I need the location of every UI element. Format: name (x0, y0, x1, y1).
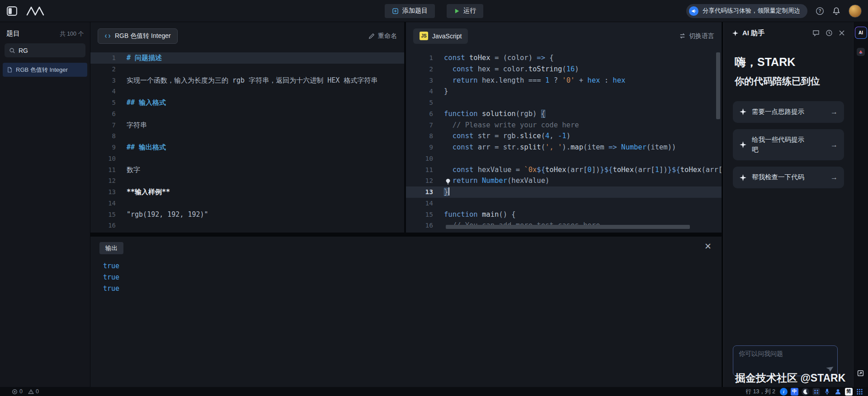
code-line[interactable]: 9 const arr = str.split(', ').map(item =… (406, 142, 722, 153)
ai-suggestion-card[interactable]: 需要一点思路提示→ (733, 101, 844, 123)
add-icon (392, 8, 399, 14)
iflytek-input-icon[interactable]: i (780, 388, 788, 396)
line-number: 6 (406, 108, 439, 120)
line-number: 2 (406, 64, 439, 75)
code-line[interactable]: 14 (406, 198, 722, 209)
output-line: true (90, 283, 722, 294)
ai-suggestion-card[interactable]: 给我一些代码提示吧→ (733, 129, 844, 161)
ai-question-input[interactable] (739, 350, 832, 372)
cursor-position[interactable]: 行 13，列 2 (746, 388, 775, 396)
promo-banner[interactable]: 分享代码练习体验，领限量定制周边 (686, 4, 807, 18)
line-number: 7 (406, 120, 439, 131)
code-line-text: } (439, 86, 448, 97)
error-icon (12, 389, 18, 395)
expand-window-icon[interactable] (857, 369, 864, 377)
send-icon[interactable] (826, 365, 833, 373)
problem-line[interactable]: 7字符串 (90, 120, 404, 131)
ai-input-box[interactable] (733, 345, 838, 376)
close-icon[interactable]: ✕ (704, 242, 712, 251)
sidebar-toggle-icon[interactable] (6, 5, 18, 17)
problem-indicator[interactable]: 0 (12, 388, 23, 395)
code-line[interactable]: 10 (406, 153, 722, 164)
microphone-icon[interactable] (823, 388, 831, 396)
contacts-icon[interactable] (834, 388, 842, 396)
search-box[interactable] (5, 43, 85, 57)
problem-line[interactable]: 2 (90, 64, 404, 75)
new-chat-icon[interactable] (812, 29, 820, 37)
problem-line[interactable]: 3实现一个函数，输入为长度为三的 rgb 字符串，返回为十六进制 HEX 格式字… (90, 75, 404, 86)
switch-language-button[interactable]: 切换语言 (679, 32, 714, 40)
problem-line[interactable]: 10 (90, 153, 404, 164)
chinese-mode-icon[interactable]: 中 (791, 388, 798, 396)
line-number: 8 (406, 130, 439, 142)
rename-button[interactable]: 重命名 (368, 32, 397, 40)
help-icon[interactable]: ? (816, 7, 824, 15)
ai-assistant-badge[interactable]: AI (855, 27, 867, 39)
close-icon[interactable] (839, 30, 845, 36)
code-line[interactable]: 13} (406, 186, 722, 198)
problem-line-text: 字符串 (127, 120, 147, 131)
keyboard-dots-icon[interactable] (812, 388, 820, 396)
vertical-scrollbar[interactable] (716, 52, 720, 119)
pencil-icon (368, 33, 375, 39)
problem-line[interactable]: 9## 输出格式 (90, 142, 404, 153)
code-line[interactable]: 7 // Please write your code here (406, 120, 722, 131)
problem-content[interactable]: 1# 问题描述23实现一个函数，输入为长度为三的 rgb 字符串，返回为十六进制… (90, 50, 404, 233)
problem-line[interactable]: 15"rgb(192, 192, 192)" (90, 209, 404, 220)
code-line[interactable]: 3 return hex.length === 1 ? '0' + hex : … (406, 75, 722, 86)
line-number: 12 (406, 175, 439, 186)
language-tab[interactable]: JS JavaScript (413, 28, 468, 44)
problem-line[interactable]: 14 (90, 198, 404, 209)
code-line[interactable]: 2 const hex = color.toString(16) (406, 64, 722, 75)
problem-line[interactable]: 13**输入样例** (90, 186, 404, 198)
search-input[interactable] (19, 47, 77, 54)
dark-moon-icon[interactable] (802, 388, 809, 396)
code-line[interactable]: 12 return Number(hexValue) (406, 175, 722, 186)
line-number: 10 (406, 153, 439, 164)
plugin-icon[interactable] (856, 47, 866, 56)
problem-title-chip[interactable]: RGB 色值转 Integer (98, 28, 178, 44)
apps-grid-icon[interactable] (856, 388, 863, 396)
app-logo-icon[interactable] (26, 6, 45, 16)
arrow-right-icon: → (830, 108, 838, 116)
output-tab[interactable]: 输出 (99, 242, 123, 254)
user-avatar[interactable] (849, 5, 862, 18)
topbar-center: 添加题目 运行 (385, 4, 483, 18)
simplified-chinese-icon[interactable]: 简 (845, 388, 853, 396)
history-icon[interactable] (826, 29, 833, 37)
sidebar-item-problem[interactable]: RGB 色值转 Integer (3, 63, 87, 77)
line-number: 4 (90, 86, 127, 97)
problem-line[interactable]: 11数字 (90, 164, 404, 176)
quickfix-bulb-icon[interactable] (445, 177, 452, 184)
problem-line[interactable]: 4 (90, 86, 404, 97)
problem-line[interactable]: 16 (90, 220, 404, 231)
problem-line[interactable]: 12 (90, 175, 404, 186)
notifications-bell-icon[interactable] (832, 7, 840, 15)
code-line[interactable]: 4} (406, 86, 722, 97)
code-line[interactable]: 5 (406, 97, 722, 108)
add-problem-button[interactable]: 添加题目 (385, 4, 435, 18)
problem-line[interactable]: 6 (90, 108, 404, 120)
ai-suggestion-card[interactable]: 帮我检查一下代码→ (733, 167, 844, 188)
problem-line[interactable]: 1# 问题描述 (90, 52, 404, 64)
code-line[interactable]: 8 const str = rgb.slice(4, -1) (406, 130, 722, 142)
code-editor[interactable]: 1const toHex = (color) => {2 const hex =… (406, 50, 722, 233)
code-line[interactable]: 11 const hexValue = `0x${toHex(arr[0])}$… (406, 164, 722, 176)
arrow-right-icon: → (830, 141, 838, 149)
system-tray: i中简 (780, 388, 863, 396)
code-line[interactable]: 15function main() { (406, 209, 722, 220)
add-problem-label: 添加题目 (402, 7, 428, 15)
code-brackets-icon (104, 33, 111, 39)
problem-line[interactable]: 5## 输入格式 (90, 97, 404, 108)
code-line-text (439, 198, 444, 209)
code-line-text: } (439, 186, 449, 198)
horizontal-scrollbar[interactable] (446, 225, 690, 229)
problem-indicator[interactable]: 0 (28, 388, 39, 395)
problem-count: 0 (36, 388, 39, 395)
code-line[interactable]: 6function solution(rgb) { (406, 108, 722, 120)
code-line[interactable]: 1const toHex = (color) => { (406, 52, 722, 64)
ai-greeting-line1: 嗨，STARK (735, 55, 842, 70)
run-button[interactable]: 运行 (447, 4, 483, 18)
problem-line[interactable]: 8 (90, 130, 404, 142)
problem-line-text: **输入样例** (127, 186, 170, 198)
